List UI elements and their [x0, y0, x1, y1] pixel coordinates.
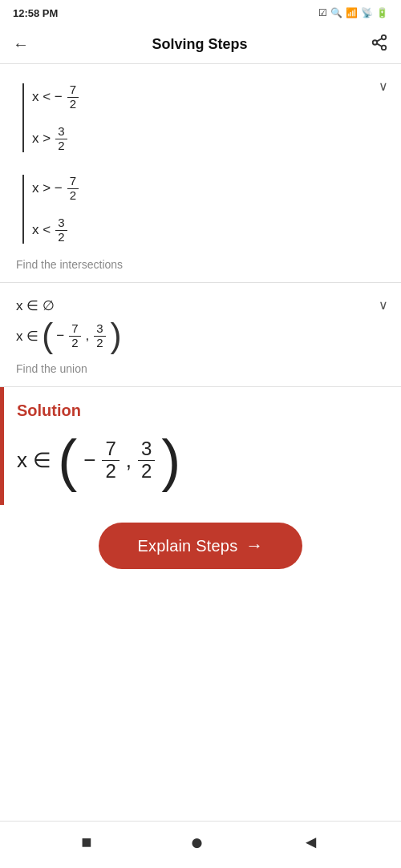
- solution-fraction2: 3 2: [138, 438, 155, 482]
- explain-steps-label: Explain Steps: [137, 537, 237, 555]
- home-button[interactable]: ●: [190, 830, 204, 855]
- interval-row: x ∈ ( − 7 2 , 3 2 ): [16, 319, 385, 353]
- union-label: Find the union: [16, 362, 385, 375]
- main-content: ∨ x < − 7 2 x > 3 2 x > −: [0, 64, 401, 583]
- empty-set-row: x ∈ ∅: [16, 297, 385, 314]
- system2-fraction1: 7 2: [67, 175, 79, 202]
- open-paren-left: (: [42, 319, 53, 353]
- arrow-icon: →: [245, 535, 263, 556]
- system1-fraction2: 3 2: [55, 125, 67, 152]
- solution-x-in: x ∈: [17, 448, 51, 473]
- system1-row1: x < − 7 2: [32, 83, 80, 111]
- status-time: 12:58 PM: [13, 7, 58, 19]
- solution-math: x ∈ ( − 7 2 , 3 2 ): [17, 431, 385, 489]
- close-paren-right: ): [111, 319, 122, 353]
- system2: x > − 7 2 x < 3 2: [22, 175, 80, 244]
- status-icons: ☑ 🔍 📶 📡 🔋: [318, 7, 388, 18]
- status-signal-icon: 📶: [346, 7, 358, 18]
- system1-ineq1-text: x < −: [32, 89, 63, 105]
- back-button[interactable]: ←: [13, 35, 29, 54]
- solution-neg: −: [83, 448, 95, 473]
- back-nav-button[interactable]: ◄: [302, 832, 320, 853]
- explain-steps-button[interactable]: Explain Steps →: [99, 523, 302, 569]
- system2-ineq1-text: x > −: [32, 180, 63, 196]
- status-bar: 12:58 PM ☑ 🔍 📶 📡 🔋: [0, 0, 401, 26]
- chevron-icon[interactable]: ∨: [379, 79, 388, 94]
- page-title: Solving Steps: [152, 36, 247, 53]
- x-element-of: x ∈: [16, 328, 38, 345]
- system1-ineq2-text: x >: [32, 131, 51, 147]
- nav-bar: ■ ● ◄: [0, 821, 401, 868]
- system1-fraction1: 7 2: [67, 83, 79, 111]
- solution-title: Solution: [17, 402, 385, 420]
- system1: x < − 7 2 x > 3 2: [22, 83, 80, 152]
- solution-comma: ,: [126, 448, 132, 473]
- system2-row1: x > − 7 2: [32, 175, 80, 202]
- system2-fraction2: 3 2: [55, 216, 67, 244]
- system2-ineq2-text: x <: [32, 222, 51, 238]
- system2-row2: x < 3 2: [32, 216, 80, 244]
- system1-row2: x > 3 2: [32, 125, 80, 152]
- toolbar: ← Solving Steps: [0, 26, 401, 64]
- union-chevron-icon[interactable]: ∨: [379, 297, 388, 313]
- button-area: Explain Steps →: [0, 505, 401, 583]
- intersections-label: Find the intersections: [16, 258, 385, 271]
- svg-line-3: [377, 43, 382, 46]
- stop-button[interactable]: ■: [81, 832, 91, 853]
- solution-close-brace: ): [161, 431, 180, 489]
- share-button[interactable]: [371, 34, 388, 55]
- status-wifi-icon: 📡: [361, 7, 373, 18]
- union-fraction2: 3 2: [94, 322, 105, 349]
- status-search-icon: 🔍: [330, 7, 342, 18]
- status-battery-icon: 🔋: [376, 7, 388, 18]
- svg-line-4: [377, 38, 382, 42]
- solution-fraction1: 7 2: [102, 438, 119, 482]
- system-section: ∨ x < − 7 2 x > 3 2 x > −: [0, 64, 401, 283]
- status-check-icon: ☑: [318, 7, 327, 18]
- solution-section: Solution x ∈ ( − 7 2 , 3 2 ): [0, 387, 401, 505]
- union-fraction1: 7 2: [69, 322, 80, 349]
- empty-set-text: x ∈ ∅: [16, 297, 55, 314]
- union-section: ∨ x ∈ ∅ x ∈ ( − 7 2 , 3 2 ) Find the uni…: [0, 283, 401, 387]
- solution-open-brace: (: [58, 431, 77, 489]
